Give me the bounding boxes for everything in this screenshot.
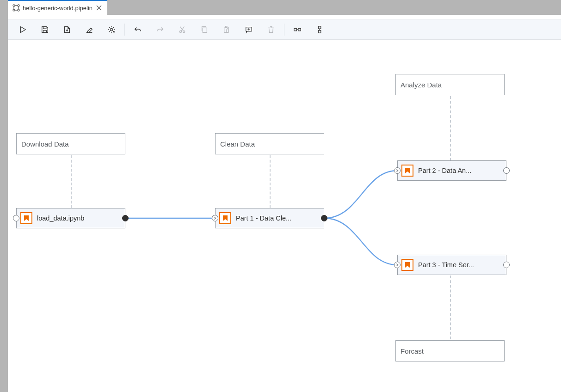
export-button[interactable] xyxy=(56,19,78,40)
node-part3[interactable]: Part 3 - Time Ser... xyxy=(397,255,506,275)
comment-link xyxy=(270,155,271,208)
input-port[interactable] xyxy=(212,215,218,221)
pipeline-icon xyxy=(12,4,20,12)
node-label: Part 1 - Data Cle... xyxy=(236,214,318,222)
input-port[interactable] xyxy=(394,262,401,268)
node-load-data[interactable]: load_data.ipynb xyxy=(16,208,125,228)
add-comment-button[interactable] xyxy=(238,19,260,40)
toolbar-separator xyxy=(124,24,125,36)
toolbar-separator xyxy=(284,24,284,36)
notebook-icon xyxy=(219,212,231,224)
run-button[interactable] xyxy=(12,19,34,40)
undo-button[interactable] xyxy=(127,19,149,40)
notebook-icon xyxy=(401,165,413,177)
comment-link xyxy=(450,96,451,161)
node-label: load_data.ipynb xyxy=(37,214,119,222)
comment-link xyxy=(71,155,72,208)
runtimes-button[interactable] xyxy=(100,19,123,40)
comment-text: Analyze Data xyxy=(401,81,442,89)
svg-point-1 xyxy=(18,5,19,6)
delete-button[interactable] xyxy=(260,19,282,40)
svg-point-4 xyxy=(110,28,112,31)
comment-text: Clean Data xyxy=(220,140,255,148)
svg-point-2 xyxy=(13,9,15,11)
svg-point-3 xyxy=(18,9,19,11)
node-label: Part 3 - Time Ser... xyxy=(418,261,500,269)
svg-point-0 xyxy=(13,5,15,6)
comment-clean-data[interactable]: Clean Data xyxy=(215,133,324,154)
close-icon[interactable] xyxy=(95,4,103,12)
comment-text: Forcast xyxy=(401,347,424,355)
toolbar xyxy=(8,19,561,40)
svg-rect-7 xyxy=(203,28,207,32)
node-part2[interactable]: Part 2 - Data An... xyxy=(397,160,506,181)
svg-rect-12 xyxy=(298,28,301,31)
pipeline-canvas[interactable]: Download Data Clean Data Analyze Data Fo… xyxy=(8,40,561,392)
output-port[interactable] xyxy=(122,215,129,221)
node-label: Part 2 - Data An... xyxy=(418,167,500,174)
tab-border xyxy=(8,15,561,19)
svg-rect-11 xyxy=(294,28,296,31)
comment-forecast[interactable]: Forcast xyxy=(395,340,505,361)
output-port[interactable] xyxy=(321,215,327,221)
comment-link xyxy=(450,276,451,339)
output-port[interactable] xyxy=(503,167,510,174)
svg-rect-14 xyxy=(318,30,321,32)
content-area: hello-generic-world.pipelin xyxy=(8,0,561,392)
svg-rect-8 xyxy=(224,27,228,32)
clear-button[interactable] xyxy=(78,19,100,40)
svg-rect-13 xyxy=(318,26,321,28)
comment-text: Download Data xyxy=(21,140,69,148)
tab-label: hello-generic-world.pipelin xyxy=(23,5,92,12)
app-shell: hello-generic-world.pipelin xyxy=(0,0,561,392)
paste-button[interactable] xyxy=(216,19,238,40)
svg-point-6 xyxy=(183,31,185,32)
input-port[interactable] xyxy=(13,215,19,221)
redo-button[interactable] xyxy=(149,19,171,40)
left-gutter xyxy=(0,0,8,392)
save-button[interactable] xyxy=(34,19,56,40)
notebook-icon xyxy=(20,212,32,224)
cut-button[interactable] xyxy=(171,19,193,40)
output-port[interactable] xyxy=(503,262,510,268)
notebook-icon xyxy=(401,259,413,271)
comment-download-data[interactable]: Download Data xyxy=(16,133,125,154)
tab-bar: hello-generic-world.pipelin xyxy=(8,0,561,15)
tab-pipeline[interactable]: hello-generic-world.pipelin xyxy=(8,0,107,15)
comment-analyze-data[interactable]: Analyze Data xyxy=(395,74,505,95)
node-part1[interactable]: Part 1 - Data Cle... xyxy=(215,208,324,228)
svg-point-5 xyxy=(179,31,181,32)
arrange-horizontal-button[interactable] xyxy=(286,19,308,40)
input-port[interactable] xyxy=(394,167,401,174)
copy-button[interactable] xyxy=(193,19,216,40)
arrange-vertical-button[interactable] xyxy=(308,19,331,40)
